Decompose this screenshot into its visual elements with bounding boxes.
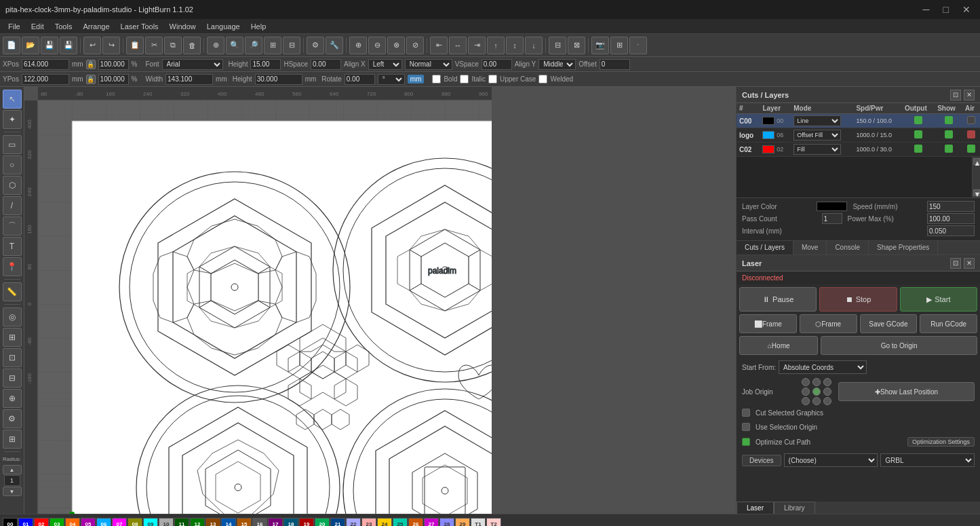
start-from-select[interactable]: Absolute Coords Current Position User Or… <box>779 360 867 374</box>
origin-tc[interactable] <box>812 378 821 386</box>
layer-output[interactable] <box>902 114 935 128</box>
table-row[interactable]: C02 02 Fill 1000.0 / 30.0 <box>737 143 980 157</box>
palette-color-06[interactable]: 06 <box>96 518 111 527</box>
xpos-pct[interactable] <box>98 59 129 70</box>
palette-color-19[interactable]: 19 <box>299 518 314 527</box>
height-input[interactable] <box>255 74 302 85</box>
palette-color-25[interactable]: 25 <box>393 518 408 527</box>
palette-color-t1[interactable]: T1 <box>471 518 486 527</box>
device-choose-select[interactable]: (Choose) <box>784 453 878 467</box>
palette-color-01[interactable]: 01 <box>18 518 33 527</box>
palette-color-02[interactable]: 02 <box>34 518 49 527</box>
ypos-input[interactable] <box>22 74 69 85</box>
zoom-all-button[interactable]: ⊟ <box>283 37 300 54</box>
distribute-v-button[interactable]: ⊠ <box>568 37 585 54</box>
radius-down[interactable]: ▼ <box>3 487 22 496</box>
table-row[interactable]: C00 00 Line 150.0 / 100.0 <box>737 114 980 128</box>
palette-color-08[interactable]: 08 <box>128 518 142 527</box>
gear-tool[interactable]: ⚙ <box>3 409 22 428</box>
palette-color-07[interactable]: 07 <box>112 518 127 527</box>
tab-laser[interactable]: Laser <box>737 502 774 514</box>
tab-library[interactable]: Library <box>774 502 815 514</box>
circle-tool[interactable]: ○ <box>3 155 22 174</box>
palette-color-20[interactable]: 20 <box>315 518 330 527</box>
layer-output[interactable] <box>902 143 935 157</box>
palette-color-13[interactable]: 13 <box>205 518 220 527</box>
optimization-settings-button[interactable]: Optimization Settings <box>907 437 975 447</box>
node-tool[interactable]: ✦ <box>3 110 22 129</box>
open-button[interactable]: 📂 <box>22 37 39 54</box>
scroll-down[interactable]: ▼ <box>973 189 980 196</box>
duplicate-button[interactable]: ⧉ <box>164 37 182 54</box>
speed-input[interactable] <box>927 201 975 212</box>
layer-show[interactable] <box>935 128 962 143</box>
menu-edit[interactable]: Edit <box>26 21 50 32</box>
xpos-input[interactable] <box>22 59 69 70</box>
extend-tool[interactable]: ⊞ <box>3 430 22 449</box>
hspace-input[interactable] <box>311 59 341 70</box>
optimize-toggle[interactable] <box>742 438 750 446</box>
palette-color-17[interactable]: 17 <box>268 518 283 527</box>
pin-tool[interactable]: 📍 <box>3 257 22 276</box>
menu-file[interactable]: File <box>3 21 26 32</box>
font-height-input[interactable] <box>250 59 281 70</box>
palette-color-27[interactable]: 27 <box>424 518 439 527</box>
grbl-select[interactable]: GRBL <box>880 453 975 467</box>
align-center-button[interactable]: ↔ <box>449 37 467 54</box>
vspace-input[interactable] <box>482 59 512 70</box>
layer-show[interactable] <box>935 143 962 157</box>
text-tool[interactable]: T <box>3 237 22 256</box>
lock-button[interactable]: 🔒 <box>86 60 96 69</box>
align-x-select[interactable]: Left <box>368 59 402 70</box>
palette-color-09[interactable]: 09 <box>143 518 158 527</box>
polygon-tool[interactable]: ⬡ <box>3 176 22 195</box>
palette-color-26[interactable]: 26 <box>408 518 423 527</box>
layer-color-swatch[interactable] <box>817 202 848 211</box>
palette-color-10[interactable]: 10 <box>159 518 174 527</box>
bold-checkbox[interactable] <box>432 75 441 83</box>
mode-select-c02[interactable]: Fill <box>793 144 841 155</box>
use-selection-toggle[interactable] <box>742 423 750 431</box>
menu-language[interactable]: Language <box>201 21 246 32</box>
welded-checkbox[interactable] <box>538 75 547 83</box>
palette-color-21[interactable]: 21 <box>330 518 345 527</box>
upper-checkbox[interactable] <box>488 75 497 83</box>
line-tool[interactable]: / <box>3 196 22 215</box>
tab-cuts-layers[interactable]: Cuts / Layers <box>737 241 793 255</box>
origin-ml[interactable] <box>802 388 810 396</box>
mode-select-c00[interactable]: Line <box>793 115 841 126</box>
layers-scrollbar[interactable]: ▲ ▼ <box>972 157 980 198</box>
align-y-select[interactable]: Middle <box>538 59 576 70</box>
layer-output[interactable] <box>902 128 935 143</box>
zoom-select-button[interactable]: ⊞ <box>264 37 281 54</box>
origin-bl[interactable] <box>802 397 810 405</box>
laser-panel-close[interactable]: ✕ <box>964 258 975 269</box>
close-button[interactable]: ✕ <box>958 3 975 16</box>
scroll-up[interactable]: ▲ <box>973 158 980 165</box>
tab-move[interactable]: Move <box>793 241 827 255</box>
palette-color-14[interactable]: 14 <box>221 518 236 527</box>
union-button[interactable]: ⊕ <box>349 37 367 54</box>
paste-button[interactable]: 📋 <box>126 37 144 54</box>
snap-button[interactable]: ⋅ <box>629 37 647 54</box>
radius-input[interactable] <box>4 475 20 486</box>
laser-panel-pop-out[interactable]: ⊡ <box>950 258 961 269</box>
table-row[interactable]: logo 06 Offset Fill 1000.0 / 15.0 <box>737 128 980 143</box>
camera-button[interactable]: 📷 <box>591 37 609 54</box>
palette-color-29[interactable]: 29 <box>455 518 470 527</box>
start-button[interactable]: ▶ Start <box>900 287 977 312</box>
power-max-input[interactable] <box>927 213 975 224</box>
palette-color-00[interactable]: 00 <box>3 518 18 527</box>
home-button[interactable]: ⌂ Home <box>739 336 818 355</box>
menu-window[interactable]: Window <box>164 21 201 32</box>
palette-color-04[interactable]: 04 <box>65 518 80 527</box>
intersect-button[interactable]: ⊗ <box>387 37 405 54</box>
array-tool[interactable]: ⊞ <box>3 328 22 347</box>
measure-tool[interactable]: 📏 <box>3 282 22 301</box>
go-to-origin-button[interactable]: Go to Origin <box>821 336 977 355</box>
rotate-unit-select[interactable]: ° <box>378 74 405 85</box>
palette-color-23[interactable]: 23 <box>361 518 376 527</box>
origin-bc[interactable] <box>812 397 821 405</box>
mode-select-logo[interactable]: Offset Fill <box>793 130 841 140</box>
canvas-area[interactable]: -80 -80 160 240 320 400 480 560 640 720 … <box>24 87 736 514</box>
